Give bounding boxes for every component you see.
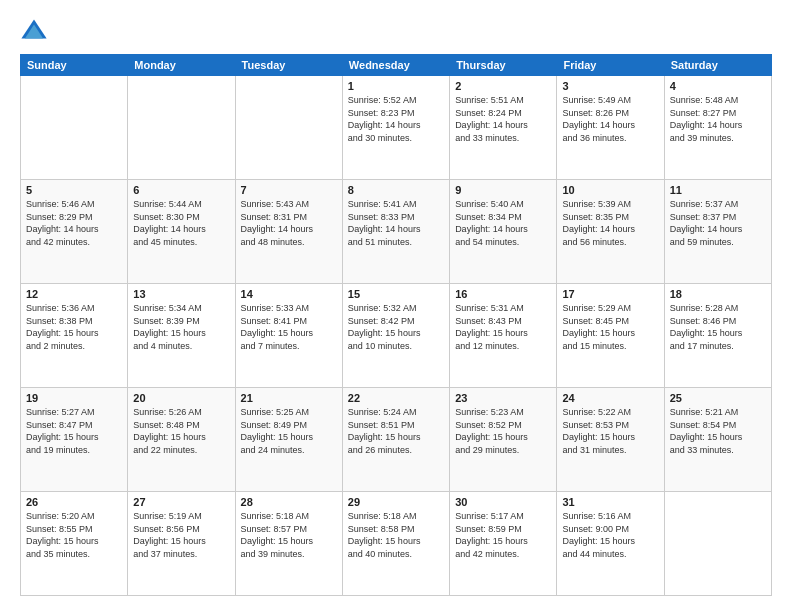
- day-number: 31: [562, 496, 658, 508]
- calendar-cell: 20Sunrise: 5:26 AM Sunset: 8:48 PM Dayli…: [128, 388, 235, 492]
- day-info: Sunrise: 5:48 AM Sunset: 8:27 PM Dayligh…: [670, 94, 766, 144]
- day-info: Sunrise: 5:26 AM Sunset: 8:48 PM Dayligh…: [133, 406, 229, 456]
- calendar-cell: 25Sunrise: 5:21 AM Sunset: 8:54 PM Dayli…: [664, 388, 771, 492]
- day-number: 26: [26, 496, 122, 508]
- calendar-cell: 5Sunrise: 5:46 AM Sunset: 8:29 PM Daylig…: [21, 180, 128, 284]
- day-info: Sunrise: 5:16 AM Sunset: 9:00 PM Dayligh…: [562, 510, 658, 560]
- header: [20, 16, 772, 44]
- day-number: 15: [348, 288, 444, 300]
- calendar-cell: [128, 76, 235, 180]
- logo-icon: [20, 16, 48, 44]
- day-number: 27: [133, 496, 229, 508]
- day-info: Sunrise: 5:37 AM Sunset: 8:37 PM Dayligh…: [670, 198, 766, 248]
- calendar-cell: 2Sunrise: 5:51 AM Sunset: 8:24 PM Daylig…: [450, 76, 557, 180]
- day-number: 30: [455, 496, 551, 508]
- day-info: Sunrise: 5:51 AM Sunset: 8:24 PM Dayligh…: [455, 94, 551, 144]
- day-info: Sunrise: 5:41 AM Sunset: 8:33 PM Dayligh…: [348, 198, 444, 248]
- day-info: Sunrise: 5:29 AM Sunset: 8:45 PM Dayligh…: [562, 302, 658, 352]
- calendar-week-1: 1Sunrise: 5:52 AM Sunset: 8:23 PM Daylig…: [21, 76, 772, 180]
- calendar-cell: 6Sunrise: 5:44 AM Sunset: 8:30 PM Daylig…: [128, 180, 235, 284]
- day-number: 16: [455, 288, 551, 300]
- day-number: 21: [241, 392, 337, 404]
- day-number: 17: [562, 288, 658, 300]
- day-number: 2: [455, 80, 551, 92]
- calendar-week-4: 19Sunrise: 5:27 AM Sunset: 8:47 PM Dayli…: [21, 388, 772, 492]
- day-number: 5: [26, 184, 122, 196]
- calendar-cell: 21Sunrise: 5:25 AM Sunset: 8:49 PM Dayli…: [235, 388, 342, 492]
- calendar-cell: 1Sunrise: 5:52 AM Sunset: 8:23 PM Daylig…: [342, 76, 449, 180]
- calendar-cell: 14Sunrise: 5:33 AM Sunset: 8:41 PM Dayli…: [235, 284, 342, 388]
- day-info: Sunrise: 5:28 AM Sunset: 8:46 PM Dayligh…: [670, 302, 766, 352]
- day-info: Sunrise: 5:49 AM Sunset: 8:26 PM Dayligh…: [562, 94, 658, 144]
- day-number: 3: [562, 80, 658, 92]
- day-info: Sunrise: 5:36 AM Sunset: 8:38 PM Dayligh…: [26, 302, 122, 352]
- day-info: Sunrise: 5:19 AM Sunset: 8:56 PM Dayligh…: [133, 510, 229, 560]
- day-number: 11: [670, 184, 766, 196]
- day-info: Sunrise: 5:22 AM Sunset: 8:53 PM Dayligh…: [562, 406, 658, 456]
- calendar-cell: 17Sunrise: 5:29 AM Sunset: 8:45 PM Dayli…: [557, 284, 664, 388]
- day-info: Sunrise: 5:21 AM Sunset: 8:54 PM Dayligh…: [670, 406, 766, 456]
- calendar-cell: 23Sunrise: 5:23 AM Sunset: 8:52 PM Dayli…: [450, 388, 557, 492]
- calendar-cell: 30Sunrise: 5:17 AM Sunset: 8:59 PM Dayli…: [450, 492, 557, 596]
- col-sunday: Sunday: [21, 55, 128, 76]
- day-info: Sunrise: 5:34 AM Sunset: 8:39 PM Dayligh…: [133, 302, 229, 352]
- calendar-cell: 27Sunrise: 5:19 AM Sunset: 8:56 PM Dayli…: [128, 492, 235, 596]
- calendar-cell: 26Sunrise: 5:20 AM Sunset: 8:55 PM Dayli…: [21, 492, 128, 596]
- day-number: 22: [348, 392, 444, 404]
- col-monday: Monday: [128, 55, 235, 76]
- calendar-cell: 16Sunrise: 5:31 AM Sunset: 8:43 PM Dayli…: [450, 284, 557, 388]
- calendar-cell: 31Sunrise: 5:16 AM Sunset: 9:00 PM Dayli…: [557, 492, 664, 596]
- col-thursday: Thursday: [450, 55, 557, 76]
- day-number: 1: [348, 80, 444, 92]
- calendar-week-3: 12Sunrise: 5:36 AM Sunset: 8:38 PM Dayli…: [21, 284, 772, 388]
- day-number: 29: [348, 496, 444, 508]
- calendar-cell: 15Sunrise: 5:32 AM Sunset: 8:42 PM Dayli…: [342, 284, 449, 388]
- day-info: Sunrise: 5:27 AM Sunset: 8:47 PM Dayligh…: [26, 406, 122, 456]
- day-number: 20: [133, 392, 229, 404]
- calendar-cell: 12Sunrise: 5:36 AM Sunset: 8:38 PM Dayli…: [21, 284, 128, 388]
- day-number: 14: [241, 288, 337, 300]
- calendar-cell: 7Sunrise: 5:43 AM Sunset: 8:31 PM Daylig…: [235, 180, 342, 284]
- page: Sunday Monday Tuesday Wednesday Thursday…: [0, 0, 792, 612]
- day-number: 28: [241, 496, 337, 508]
- calendar-cell: 28Sunrise: 5:18 AM Sunset: 8:57 PM Dayli…: [235, 492, 342, 596]
- day-number: 19: [26, 392, 122, 404]
- day-number: 23: [455, 392, 551, 404]
- day-number: 13: [133, 288, 229, 300]
- day-info: Sunrise: 5:17 AM Sunset: 8:59 PM Dayligh…: [455, 510, 551, 560]
- day-info: Sunrise: 5:43 AM Sunset: 8:31 PM Dayligh…: [241, 198, 337, 248]
- calendar-cell: 3Sunrise: 5:49 AM Sunset: 8:26 PM Daylig…: [557, 76, 664, 180]
- day-info: Sunrise: 5:32 AM Sunset: 8:42 PM Dayligh…: [348, 302, 444, 352]
- calendar-cell: 10Sunrise: 5:39 AM Sunset: 8:35 PM Dayli…: [557, 180, 664, 284]
- col-friday: Friday: [557, 55, 664, 76]
- day-info: Sunrise: 5:25 AM Sunset: 8:49 PM Dayligh…: [241, 406, 337, 456]
- calendar-cell: 24Sunrise: 5:22 AM Sunset: 8:53 PM Dayli…: [557, 388, 664, 492]
- calendar-week-5: 26Sunrise: 5:20 AM Sunset: 8:55 PM Dayli…: [21, 492, 772, 596]
- day-number: 4: [670, 80, 766, 92]
- day-info: Sunrise: 5:31 AM Sunset: 8:43 PM Dayligh…: [455, 302, 551, 352]
- col-saturday: Saturday: [664, 55, 771, 76]
- calendar-cell: 4Sunrise: 5:48 AM Sunset: 8:27 PM Daylig…: [664, 76, 771, 180]
- calendar-cell: 8Sunrise: 5:41 AM Sunset: 8:33 PM Daylig…: [342, 180, 449, 284]
- day-number: 8: [348, 184, 444, 196]
- day-info: Sunrise: 5:52 AM Sunset: 8:23 PM Dayligh…: [348, 94, 444, 144]
- col-tuesday: Tuesday: [235, 55, 342, 76]
- day-number: 9: [455, 184, 551, 196]
- day-info: Sunrise: 5:24 AM Sunset: 8:51 PM Dayligh…: [348, 406, 444, 456]
- calendar-cell: [21, 76, 128, 180]
- calendar-cell: 9Sunrise: 5:40 AM Sunset: 8:34 PM Daylig…: [450, 180, 557, 284]
- col-wednesday: Wednesday: [342, 55, 449, 76]
- calendar-table: Sunday Monday Tuesday Wednesday Thursday…: [20, 54, 772, 596]
- calendar-cell: 13Sunrise: 5:34 AM Sunset: 8:39 PM Dayli…: [128, 284, 235, 388]
- day-info: Sunrise: 5:39 AM Sunset: 8:35 PM Dayligh…: [562, 198, 658, 248]
- calendar-week-2: 5Sunrise: 5:46 AM Sunset: 8:29 PM Daylig…: [21, 180, 772, 284]
- calendar-header-row: Sunday Monday Tuesday Wednesday Thursday…: [21, 55, 772, 76]
- day-info: Sunrise: 5:20 AM Sunset: 8:55 PM Dayligh…: [26, 510, 122, 560]
- day-number: 6: [133, 184, 229, 196]
- calendar-cell: 11Sunrise: 5:37 AM Sunset: 8:37 PM Dayli…: [664, 180, 771, 284]
- day-info: Sunrise: 5:33 AM Sunset: 8:41 PM Dayligh…: [241, 302, 337, 352]
- day-info: Sunrise: 5:23 AM Sunset: 8:52 PM Dayligh…: [455, 406, 551, 456]
- day-number: 10: [562, 184, 658, 196]
- day-info: Sunrise: 5:40 AM Sunset: 8:34 PM Dayligh…: [455, 198, 551, 248]
- calendar-cell: 19Sunrise: 5:27 AM Sunset: 8:47 PM Dayli…: [21, 388, 128, 492]
